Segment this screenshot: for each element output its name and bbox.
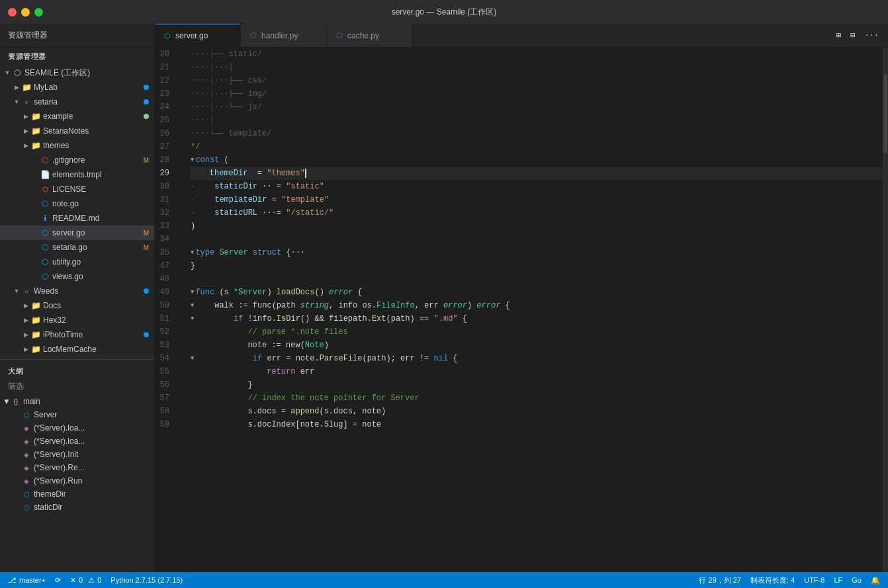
folder-label-example: example [43,112,144,121]
fold-icon[interactable]: ▼ [191,286,194,299]
line-num-50: 50 [155,299,179,312]
outline-item-staticdir[interactable]: ⬡ staticDir [0,501,154,514]
outline-item-server[interactable]: ⬡ Server [0,408,154,421]
fold-icon[interactable]: ▼ [191,352,194,365]
code-text: ".md" [434,312,458,325]
tree-item-docs[interactable]: ▶ 📁 Docs [0,298,154,313]
status-encoding[interactable]: UTF-8 [804,576,824,584]
code-text: staticURL [214,206,257,220]
tree-item-notego[interactable]: ⬡ note.go [0,196,154,211]
outline-label-staticdir: staticDir [34,503,62,512]
method-icon: ◈ [21,438,32,445]
arrow-icon: ▼ [3,397,11,406]
outline-item-re[interactable]: ◈ (*Server).Re... [0,461,154,474]
maximize-button[interactable] [34,8,43,17]
tree-item-example[interactable]: ▶ 📁 example [0,109,154,124]
tree-item-viewsgo[interactable]: ⬡ views.go [0,269,154,284]
status-python[interactable]: Python 2.7.15 (2.7.15) [111,576,183,584]
split-editor-icon[interactable]: ⊞ [836,30,841,40]
code-text: *Server [234,286,267,299]
tree-item-license[interactable]: ⬡ LICENSE [0,182,154,196]
line-num-29: 29 [155,167,179,180]
code-text: { [448,352,457,365]
outline-item-main[interactable]: ▼ {} main [0,395,154,408]
line-num-51: 51 [155,312,179,325]
info-icon: ℹ [40,214,50,223]
tree-item-setarianotes[interactable]: ▶ 📁 SetariaNotes [0,124,154,138]
tree-item-mylab[interactable]: ▶ 📁 MyLab [0,80,154,95]
tree-item-gitignore[interactable]: ⬡ .gitignore M [0,153,154,167]
modified-badge-server: M [144,230,149,237]
window-controls[interactable] [8,8,43,17]
scrollbar-thumb[interactable] [883,74,887,153]
method-icon: ◈ [21,451,32,458]
close-button[interactable] [8,8,17,17]
outline-item-loaddocs1[interactable]: ◈ (*Server).loa... [0,421,154,435]
code-text: , err [415,299,443,312]
status-tab-size[interactable]: 制表符长度: 4 [750,575,795,585]
bell-icon[interactable]: 🔔 [871,576,880,585]
status-badge-setaria [144,99,149,105]
tree-item-seamile[interactable]: ▼ ⬡ SEAMILE (工作区) [0,65,154,80]
tree-item-hex32[interactable]: ▶ 📁 Hex32 [0,313,154,327]
outline-item-themedir[interactable]: ⬡ themeDir [0,487,154,501]
code-text: != [420,352,429,365]
tree-item-readme[interactable]: ℹ README.md [0,211,154,226]
sidebar-divider [0,359,154,360]
tree-item-setaria[interactable]: ▼ ○ setaria [0,95,154,109]
code-text: { [353,286,362,299]
workspace-label: SEAMILE (工作区) [24,67,154,79]
tree-item-iphototime[interactable]: ▶ 📁 iPhotoTime [0,327,154,342]
line-num-49: 49 [155,286,179,299]
window-title: server.go — Seamile (工作区) [392,7,497,18]
status-errors[interactable]: ✕ 0 ⚠ 0 [70,576,101,585]
status-branch[interactable]: ⎇ master+ [8,576,46,585]
code-content[interactable]: ····├── static/ ····│···│ ····│···├── cs… [188,48,883,572]
arrow-icon: ▶ [21,142,30,149]
tab-server-go[interactable]: ⬡ server.go [155,24,241,47]
line-num-26: 26 [155,127,179,140]
sidebar-toggle[interactable]: 资源管理器 [0,24,155,47]
minimize-button[interactable] [21,8,30,17]
code-text: staticDir [214,180,257,193]
editor-scroll[interactable]: 20 21 22 23 24 25 26 27 28 29 30 31 32 3… [155,48,888,572]
gutter-dot: · [191,206,194,220]
tab-handler-py[interactable]: ⬡ handler.py [241,24,327,47]
line-num-21: 21 [155,61,179,74]
outline-item-run[interactable]: ◈ (*Server).Run [0,474,154,487]
outline-item-loaddocs2[interactable]: ◈ (*Server).loa... [0,435,154,448]
namespace-icon: {} [11,398,21,405]
tree-item-servergo[interactable]: ⬡ server.go M [0,226,154,240]
status-line-col[interactable]: 行 29，列 27 [699,575,741,585]
code-text: == [420,312,429,325]
tree-item-weeds[interactable]: ▼ ○ Weeds [0,284,154,298]
tab-cache-py[interactable]: ⬡ cache.py [327,24,413,47]
status-sync[interactable]: ⟳ [55,576,61,585]
layout-icon[interactable]: ⊟ [850,30,855,40]
code-line-30: · staticDir ·· = "static" [191,180,883,193]
outline-item-init[interactable]: ◈ (*Server).Init [0,448,154,461]
tab-label-server-go: server.go [175,31,208,40]
line-num-30: 30 [155,180,179,193]
tree-item-utilitygo[interactable]: ⬡ utility.go [0,255,154,269]
status-eol[interactable]: LF [834,576,842,584]
code-line-47: } [191,259,883,273]
file-label-utilitygo: utility.go [52,257,154,267]
folder-label-docs: Docs [43,301,154,310]
file-label-viewsgo: views.go [52,272,154,281]
modified-badge-setaria: M [144,244,149,251]
tree-item-locmemcache[interactable]: ▶ 📁 LocMemCache [0,342,154,357]
tree-item-setariago[interactable]: ⬡ setaria.go M [0,240,154,255]
outline-label-server: Server [34,410,57,419]
fold-icon[interactable]: ▼ [191,299,194,312]
fold-icon[interactable]: ▼ [191,246,194,259]
fold-icon[interactable]: ▼ [191,312,194,325]
tree-item-elements[interactable]: 📄 elements.tmpl [0,167,154,182]
more-actions-icon[interactable]: ··· [864,31,879,40]
status-lang[interactable]: Go [852,576,862,584]
tree-item-themes[interactable]: ▶ 📁 themes [0,138,154,153]
fold-icon[interactable]: ▼ [191,153,194,167]
line-num-33: 33 [155,220,179,233]
vertical-scrollbar[interactable] [883,48,888,572]
code-line-26: ····└── template/ [191,127,883,140]
